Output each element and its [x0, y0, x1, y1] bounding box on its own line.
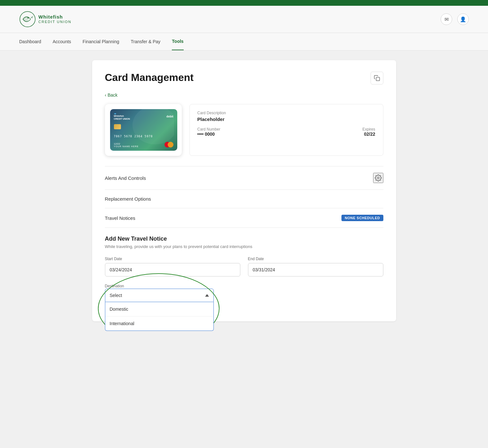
logo-text: Whitefish CREDIT UNION — [38, 14, 71, 24]
start-date-label: Start Date — [105, 257, 240, 261]
card-expires-col: Expires 02/22 — [362, 127, 375, 137]
card-top-row: 🐟 Whitefish CREDIT UNION debit — [114, 112, 173, 120]
card-holder-name: YOUR NAME HERE — [114, 145, 139, 148]
nav-item-financial-planning[interactable]: Financial Planning — [83, 33, 119, 50]
page-title: Card Management — [105, 72, 194, 84]
nav-item-tools[interactable]: Tools — [172, 33, 183, 50]
nav-bar: Dashboard Accounts Financial Planning Tr… — [0, 33, 488, 51]
copy-icon — [374, 75, 380, 81]
user-icon-button[interactable]: 👤 — [457, 13, 469, 25]
page-header: Card Management — [105, 72, 383, 84]
destination-dropdown: Domestic International — [105, 302, 214, 331]
header: Whitefish CREDIT UNION ✉ 👤 — [0, 6, 488, 33]
card-holder-info: 12/22 YOUR NAME HERE — [114, 142, 139, 148]
svg-point-1 — [28, 17, 29, 19]
mastercard-logo — [164, 142, 173, 148]
alerts-controls-label: Alerts And Controls — [105, 175, 146, 181]
copy-icon-button[interactable] — [371, 72, 383, 84]
card-info-box: Card Description Placeholder Card Number… — [189, 104, 383, 156]
destination-select-value: Select — [110, 293, 122, 298]
destination-form-group: Destination Select Domestic Internationa… — [105, 283, 214, 302]
card-expiry-display: 12/22 — [114, 142, 139, 145]
back-label: Back — [108, 92, 117, 98]
logo-fish-icon — [19, 11, 36, 28]
expires-label: Expires — [362, 127, 375, 132]
card-number-col: Card Number •••• 0000 — [197, 127, 220, 137]
alerts-gear-icon-button[interactable] — [373, 173, 383, 183]
card-description-value: Placeholder — [197, 116, 375, 122]
logo-sub: CREDIT UNION — [38, 20, 71, 24]
travel-notices-label: Travel Notices — [105, 215, 135, 221]
option-international[interactable]: International — [105, 316, 213, 331]
alerts-controls-row: Alerts And Controls — [105, 166, 383, 190]
nav-item-accounts[interactable]: Accounts — [53, 33, 71, 50]
nav-item-dashboard[interactable]: Dashboard — [19, 33, 41, 50]
option-domestic[interactable]: Domestic — [105, 302, 213, 316]
mail-icon-button[interactable]: ✉ — [441, 13, 452, 25]
logo-brand: Whitefish — [38, 14, 71, 20]
travel-notice-description: While traveling, provide us with your pl… — [105, 244, 383, 249]
travel-notice-title: Add New Travel Notice — [105, 236, 383, 242]
top-bar — [0, 0, 488, 6]
end-date-group: End Date — [248, 257, 383, 276]
card-bottom-row: 12/22 YOUR NAME HERE — [114, 142, 173, 148]
card-number-display: 7867 5678 2364 5978 — [114, 135, 173, 138]
card-type-label: debit — [166, 115, 173, 118]
end-date-label: End Date — [248, 257, 383, 261]
expires-value: 02/22 — [362, 132, 375, 137]
destination-select-wrapper: Select Domestic International — [105, 289, 214, 302]
card-section: 🐟 Whitefish CREDIT UNION debit 7867 5678… — [105, 104, 383, 156]
travel-notices-row: Travel Notices NONE SCHEDULED — [105, 208, 383, 228]
date-form-row: Start Date End Date — [105, 257, 383, 276]
header-actions: ✉ 👤 — [441, 13, 469, 25]
travel-notice-section: Add New Travel Notice While traveling, p… — [105, 228, 383, 302]
end-date-input[interactable] — [248, 263, 383, 276]
destination-label: Destination — [105, 284, 124, 288]
replacement-options-row: Replacement Options — [105, 190, 383, 208]
back-link[interactable]: ‹ Back — [105, 92, 118, 98]
logo-area: Whitefish CREDIT UNION — [19, 11, 71, 28]
nav-item-transfer-pay[interactable]: Transfer & Pay — [131, 33, 161, 50]
none-scheduled-badge: NONE SCHEDULED — [341, 215, 383, 221]
svg-rect-2 — [376, 77, 380, 81]
mc-circle-orange — [168, 142, 173, 148]
gear-icon — [375, 174, 382, 181]
card-info-row: Card Number •••• 0000 Expires 02/22 — [197, 127, 375, 137]
destination-select[interactable]: Select — [105, 289, 214, 302]
card-bank-name: 🐟 Whitefish CREDIT UNION — [114, 112, 130, 120]
card-chip — [114, 124, 121, 129]
card-description-label: Card Description — [197, 111, 375, 115]
replacement-options-label: Replacement Options — [105, 196, 151, 202]
back-chevron-icon: ‹ — [105, 92, 107, 98]
main-content: Card Management ‹ Back 🐟 Whitefish CREDI… — [92, 60, 396, 321]
card-visual: 🐟 Whitefish CREDIT UNION debit 7867 5678… — [110, 109, 177, 151]
start-date-input[interactable] — [105, 263, 240, 276]
chevron-up-icon — [205, 294, 209, 297]
card-number-label: Card Number — [197, 127, 220, 132]
svg-point-3 — [377, 177, 379, 179]
card-number-masked: •••• 0000 — [197, 132, 220, 137]
start-date-group: Start Date — [105, 257, 240, 276]
card-image-container: 🐟 Whitefish CREDIT UNION debit 7867 5678… — [105, 104, 182, 156]
